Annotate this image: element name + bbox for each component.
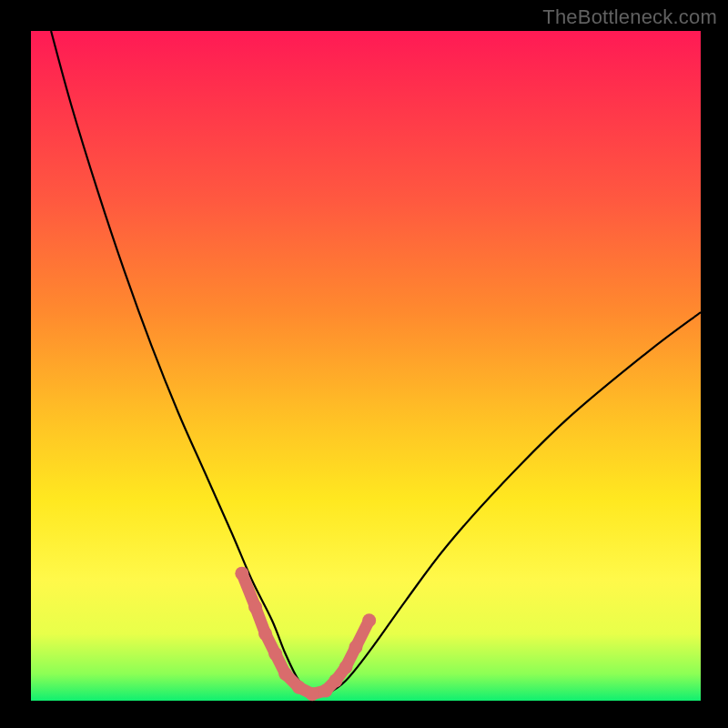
- marker-dot: [329, 673, 342, 687]
- watermark-text: TheBottleneck.com: [542, 5, 717, 29]
- marker-dot: [278, 667, 292, 681]
- marker-dot: [248, 600, 262, 613]
- marker-dot: [339, 661, 352, 674]
- chart-frame: TheBottleneck.com: [0, 0, 728, 728]
- marker-dot: [318, 683, 332, 697]
- bottleneck-curve: [51, 31, 701, 696]
- marker-dot: [292, 681, 306, 694]
- marker-dot: [235, 567, 248, 581]
- marker-dot: [268, 647, 282, 661]
- marker-dot: [306, 687, 319, 701]
- marker-dot: [362, 613, 376, 627]
- marker-dot: [258, 627, 272, 641]
- marker-dot: [349, 641, 362, 654]
- curve-svg: [31, 31, 701, 701]
- plot-area: [31, 31, 701, 701]
